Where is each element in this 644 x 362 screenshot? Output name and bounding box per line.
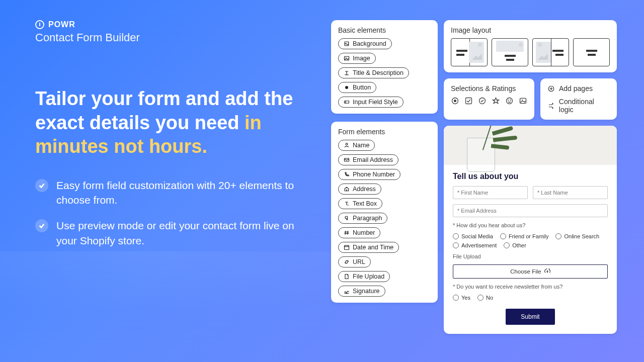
svg-rect-8 [346,190,347,191]
basic-element-background[interactable]: Background [338,38,392,49]
svg-point-24 [507,98,513,104]
checkbox-icon [464,97,473,105]
option-label: Add pages [559,84,593,93]
plus-circle-icon [547,85,555,93]
radio-option[interactable]: No [477,295,493,301]
chip-label: Text Box [353,200,377,207]
svg-point-6 [346,143,348,145]
question-label: * How did you hear about us? [453,222,608,228]
svg-rect-4 [345,101,349,104]
basic-element-input-field-style[interactable]: Input Field Style [338,97,404,108]
chip-icon [344,288,350,294]
radio-dot-icon [477,295,484,301]
svg-point-20 [454,100,456,102]
star-icon [492,97,500,105]
layout-option-text-left[interactable] [451,38,488,66]
form-element-url[interactable]: URL [338,256,371,267]
bullet-text: Use preview mode or edit your contact fo… [56,218,307,248]
product-name: Contact Form Builder [35,31,307,44]
check-icon [35,179,48,192]
svg-point-28 [522,100,523,101]
form-element-number[interactable]: Number [338,227,380,238]
form-element-email-address[interactable]: Email Address [338,154,398,165]
form-element-phone-number[interactable]: Phone Number [338,169,400,180]
conditional-logic-option[interactable]: Conditional logic [547,98,610,114]
chip-icon [344,244,350,250]
chip-label: Title & Description [353,69,404,76]
radio-dot-icon [453,295,459,301]
svg-rect-7 [345,158,349,161]
chip-label: Input Field Style [353,99,398,106]
chip-label: Number [353,229,375,236]
radio-option[interactable]: Friend or Family [500,233,548,239]
panel-title: Selections & Ratings [451,84,527,93]
svg-point-1 [346,57,347,58]
form-element-file-upload[interactable]: File Upload [338,271,390,282]
chip-label: URL [353,258,365,265]
svg-point-3 [345,86,348,89]
form-title: Tell us about you [453,172,608,181]
svg-point-26 [510,100,511,101]
radio-label: Advertisement [461,242,497,248]
chip-icon [344,41,350,47]
chip-label: Signature [353,288,380,295]
svg-rect-21 [466,98,472,104]
radio-label: Yes [461,295,470,301]
panel-title: Form elements [338,128,431,136]
add-pages-option[interactable]: Add pages [547,84,610,93]
chip-label: File Upload [353,273,384,280]
last-name-field[interactable]: * Last Name [533,186,608,199]
radio-label: Friend or Family [509,233,548,239]
layout-option-image-top[interactable] [492,38,528,66]
submit-button[interactable]: Submit [506,309,554,325]
chip-icon [344,84,350,90]
bullet-text: Easy form field customization with 20+ e… [56,178,307,208]
form-element-text-box[interactable]: Text Box [338,198,382,209]
radio-option[interactable]: Online Search [555,233,599,239]
basic-elements-panel: Basic elements BackgroundImageTitle & De… [331,20,438,114]
form-elements-panel: Form elements NameEmail AddressPhone Num… [331,122,438,303]
file-upload-label: File Upload [453,253,608,259]
radio-icon [451,97,459,105]
bullet-item: Use preview mode or edit your contact fo… [35,218,307,248]
radio-option[interactable]: Advertisement [453,242,497,248]
radio-option[interactable]: Other [504,242,526,248]
basic-element-title-description[interactable]: Title & Description [338,67,409,78]
first-name-field[interactable]: * First Name [453,186,528,199]
question-label: * Do you want to receive newsletter from… [453,284,608,290]
basic-element-image[interactable]: Image [338,53,376,64]
chip-label: Phone Number [353,171,395,178]
radio-label: No [486,295,493,301]
form-preview-panel: Tell us about you * First Name * Last Na… [444,126,617,334]
layout-option-text-only[interactable] [573,38,610,66]
email-field[interactable]: * Email Address [453,204,608,217]
chip-icon [344,274,350,280]
panel-title: Image layout [451,26,610,34]
chip-icon [344,70,350,76]
radio-label: Social Media [461,233,493,239]
basic-element-button[interactable]: Button [338,82,376,93]
form-element-address[interactable]: Address [338,184,381,195]
radio-dot-icon [504,242,510,248]
chip-icon [344,142,350,148]
radio-option[interactable]: Social Media [453,233,493,239]
brand-name: POWR [48,20,75,29]
radio-dot-icon [453,233,459,239]
form-element-paragraph[interactable]: Paragraph [338,213,387,224]
chip-icon [344,215,350,221]
svg-line-11 [348,231,348,235]
form-element-signature[interactable]: Signature [338,286,385,297]
image-layout-panel: Image layout [444,20,617,72]
choose-file-button[interactable]: Choose File [453,264,608,279]
chip-label: Button [353,84,371,91]
form-element-name[interactable]: Name [338,140,375,151]
radio-dot-icon [500,233,506,239]
form-element-date-and-time[interactable]: Date and Time [338,242,399,253]
radio-option[interactable]: Yes [453,295,470,301]
chip-icon [344,99,350,105]
options-panel: Add pages Conditional logic [540,78,617,120]
chip-label: Address [353,186,376,193]
chip-icon [344,259,350,265]
bullet-list: Easy form field customization with 20+ e… [35,178,307,248]
layout-option-text-right[interactable] [532,38,569,66]
